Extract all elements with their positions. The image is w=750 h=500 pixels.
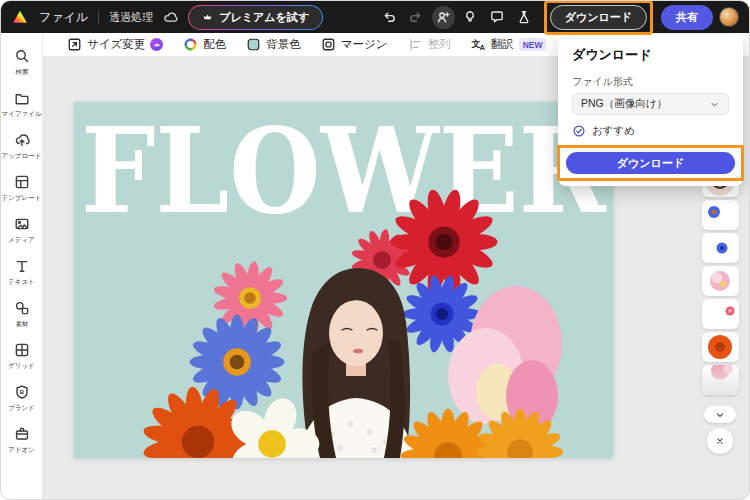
upload-icon <box>14 132 30 148</box>
recommended-row: おすすめ <box>558 115 743 145</box>
chevron-down-icon <box>709 99 720 110</box>
document-title[interactable]: 透過処理 <box>109 10 153 25</box>
download-annotation-box: ダウンロード <box>544 0 653 35</box>
search-icon <box>14 48 30 64</box>
add-person-icon <box>435 9 451 25</box>
sidebar-item-label: グリッド <box>8 360 35 369</box>
redo-button[interactable] <box>405 6 428 29</box>
color-wheel-icon <box>183 37 198 52</box>
crown-icon <box>153 41 161 49</box>
toolbar-item-label: 背景色 <box>266 37 301 52</box>
rail-expand-button[interactable] <box>704 406 736 423</box>
sidebar-item-text[interactable]: テキスト <box>1 251 43 293</box>
sidebar-item-label: マイファイル <box>1 108 41 117</box>
sidebar-item-label: 検索 <box>15 66 28 75</box>
flask-button[interactable] <box>513 6 536 29</box>
resize-icon <box>67 37 82 52</box>
rail-close-button[interactable] <box>707 428 733 454</box>
chevron-down-icon <box>714 409 726 421</box>
flask-icon <box>516 9 532 25</box>
header-left: ファイル 透過処理 プレミアムを試す <box>11 5 323 30</box>
lightbulb-icon <box>462 9 478 25</box>
close-icon <box>714 435 726 447</box>
crown-icon <box>202 12 213 23</box>
file-format-select[interactable]: PNG（画像向け） <box>572 93 729 115</box>
download-confirm-button[interactable]: ダウンロード <box>566 152 735 174</box>
try-premium-button[interactable]: プレミアムを試す <box>188 5 323 30</box>
margin-icon <box>321 37 336 52</box>
sidebar-item-label: アップロード <box>1 150 41 159</box>
sidebar-item-search[interactable]: 検索 <box>1 41 43 83</box>
header-divider <box>98 10 99 24</box>
sidebar-item-addons[interactable]: アドオン <box>1 419 43 461</box>
thumb-blue-flower-2[interactable] <box>702 233 739 263</box>
toolbar-item-resize[interactable]: サイズ変更 <box>67 37 163 52</box>
sidebar-item-my-files[interactable]: マイファイル <box>1 83 43 125</box>
crown-icon <box>202 12 213 23</box>
file-menu[interactable]: ファイル <box>39 9 88 26</box>
lightbulb-button[interactable] <box>459 6 482 29</box>
toolbar-item-label: 配色 <box>203 37 226 52</box>
toolbar-item-label: サイズ変更 <box>87 37 145 52</box>
chevron-down-icon <box>714 409 726 421</box>
download-panel-title: ダウンロード <box>558 46 743 64</box>
user-avatar[interactable] <box>719 7 739 27</box>
sidebar-item-brand[interactable]: Bブランド <box>1 377 43 419</box>
toolbar-item-label: マージン <box>341 37 388 52</box>
sidebar-item-label: 素材 <box>15 318 28 327</box>
thumb-pink-flower-small[interactable] <box>702 299 739 329</box>
toolbar-item-margin[interactable]: マージン <box>321 37 388 52</box>
toolbar-item-color-scheme[interactable]: 配色 <box>183 37 226 52</box>
recommended-label: おすすめ <box>592 124 635 138</box>
translate-icon: 文A <box>471 37 486 52</box>
app-logo[interactable] <box>11 8 29 26</box>
share-button[interactable]: 共有 <box>661 5 713 30</box>
premium-badge <box>150 38 163 51</box>
download-cta-annotation-box: ダウンロード <box>557 145 744 181</box>
undo-icon <box>381 9 397 25</box>
addons-icon <box>14 426 30 442</box>
toolbar-item-bg-color[interactable]: 背景色 <box>246 37 301 52</box>
sidebar-item-elements[interactable]: 素材 <box>1 293 43 335</box>
align-icon <box>408 37 423 52</box>
download-button[interactable]: ダウンロード <box>550 5 647 30</box>
media-icon <box>14 216 30 232</box>
header-right: ダウンロード 共有 <box>378 0 739 35</box>
logo-icon <box>11 8 29 26</box>
svg-text:A: A <box>479 43 485 52</box>
chevron-down-icon <box>709 99 720 110</box>
svg-text:B: B <box>19 388 24 394</box>
sidebar-item-label: テンプレート <box>1 192 41 201</box>
toolbar-item-label: 翻訳 <box>491 37 514 52</box>
sidebar-item-upload[interactable]: アップロード <box>1 125 43 167</box>
thumb-orange-dahlia[interactable] <box>702 332 739 362</box>
sidebar-item-templates[interactable]: テンプレート <box>1 167 43 209</box>
left-sidebar: 検索マイファイルアップロードテンプレートメディアテキスト素材グリッドBブランドア… <box>1 33 43 499</box>
cloud-sync-icon <box>163 10 178 25</box>
sidebar-item-label: ブランド <box>8 402 35 411</box>
blue-daisy[interactable] <box>190 315 285 410</box>
add-person-button[interactable] <box>432 6 455 29</box>
sidebar-item-label: テキスト <box>8 276 35 285</box>
sidebar-item-grid[interactable]: グリッド <box>1 335 43 377</box>
thumb-pink-faded[interactable] <box>702 365 739 395</box>
thumb-blue-flower-1[interactable] <box>702 200 739 230</box>
elements-icon <box>14 300 30 316</box>
toolbar-item-translate[interactable]: 文A翻訳NEW <box>471 37 547 52</box>
toolbar-item-label: 整列 <box>428 37 451 52</box>
sidebar-item-label: アドオン <box>8 444 35 453</box>
undo-button[interactable] <box>378 6 401 29</box>
sidebar-item-media[interactable]: メディア <box>1 209 43 251</box>
app-window: ファイル 透過処理 プレミアムを試す ダウンロード 共有 検索マイファイルアップ… <box>0 0 750 500</box>
cloud-icon <box>163 10 178 25</box>
check-circle-icon <box>572 124 586 138</box>
comment-button[interactable] <box>486 6 509 29</box>
redo-icon <box>408 9 424 25</box>
canvas-title-text[interactable]: FLOWER <box>81 102 607 240</box>
sidebar-item-label: メディア <box>8 234 35 243</box>
design-canvas[interactable]: FLOWER <box>74 102 613 458</box>
top-bar: ファイル 透過処理 プレミアムを試す ダウンロード 共有 <box>1 1 749 33</box>
template-icon <box>14 174 30 190</box>
comment-icon <box>489 9 505 25</box>
thumb-pink-peony[interactable] <box>702 266 739 296</box>
